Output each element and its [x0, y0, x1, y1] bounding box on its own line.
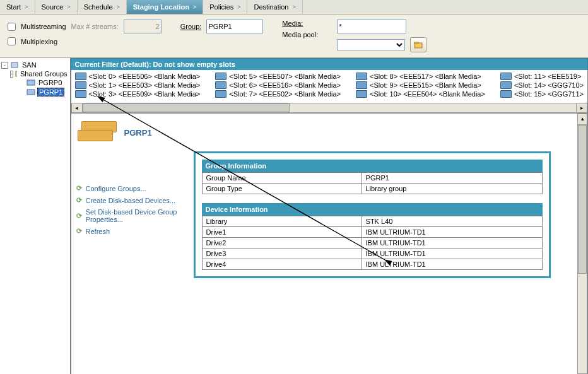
multiplexing-checkbox[interactable]	[8, 37, 16, 45]
table-row: Group NamePGRP1	[202, 173, 542, 184]
slot-item[interactable]: <Slot: 3> <EEE509> <Blank Media>	[75, 90, 201, 98]
table-row: Drive1IBM ULTRIUM-TD1	[202, 227, 542, 238]
tab-start[interactable]: Start>	[0, 0, 35, 14]
tab-label: Policies	[209, 3, 233, 11]
tab-schedule[interactable]: Schedule>	[78, 0, 127, 14]
tree-collapse-toggle[interactable]: -	[10, 71, 13, 78]
wizard-tabbar: Start> Source> Schedule> Staging Locatio…	[0, 0, 588, 15]
tape-icon	[356, 73, 367, 80]
tape-icon	[215, 73, 226, 80]
mediapool-action-button[interactable]	[410, 37, 426, 52]
slot-item[interactable]: <Slot: 9> <EEE515> <Blank Media>	[356, 81, 485, 89]
scrollbar-thumb[interactable]	[578, 125, 587, 274]
tree-node-group[interactable]: PGRP0	[37, 79, 63, 86]
main-area: - SAN - Shared Groups PGRP0 PGRP1 Curren…	[0, 58, 588, 374]
tab-staging-location[interactable]: Staging Location>	[127, 0, 204, 14]
tape-icon	[75, 81, 86, 89]
tab-source[interactable]: Source>	[35, 0, 78, 14]
group-info-table: Group NamePGRP1 Group TypeLibrary group	[202, 172, 543, 194]
media-label: Media:	[282, 20, 303, 27]
refresh-icon: ⟳	[76, 184, 82, 192]
slot-item[interactable]: <Slot: 11> <EEE519>	[500, 73, 584, 80]
action-label: Configure Groups...	[86, 185, 146, 192]
slot-item[interactable]: <Slot: 7> <EEE502> <Blank Media>	[215, 90, 341, 98]
action-label: Set Disk-based Device Group Properties..…	[86, 208, 182, 223]
device-info-title: Device Information	[202, 203, 543, 216]
svg-rect-3	[16, 71, 17, 76]
tab-label: Schedule	[84, 3, 113, 11]
tape-icon	[500, 90, 512, 98]
slot-item[interactable]: <Slot: 10> <EEE504> <Blank Media>	[356, 90, 485, 98]
slot-item[interactable]: <Slot: 0> <EEE506> <Blank Media>	[75, 73, 201, 80]
slot-item[interactable]: <Slot: 6> <EEE516> <Blank Media>	[215, 81, 341, 89]
device-tree: - SAN - Shared Groups PGRP0 PGRP1	[0, 58, 71, 374]
table-row: Drive4IBM ULTRIUM-TD1	[202, 259, 542, 270]
action-label: Refresh	[86, 228, 110, 235]
right-pane: Current Filter (Default): Do not show em…	[71, 58, 588, 374]
media-field[interactable]	[337, 20, 406, 33]
tab-label: Destination	[254, 3, 288, 11]
scrollbar-thumb[interactable]	[83, 103, 290, 112]
detail-panel: PGRP1 ⟳Configure Groups... ⟳Create Disk-…	[71, 114, 577, 374]
slot-item[interactable]: <Slot: 14> <GGG710>	[500, 81, 584, 89]
tree-collapse-toggle[interactable]: -	[1, 62, 8, 69]
svg-rect-1	[415, 42, 418, 44]
svg-rect-2	[11, 62, 18, 67]
scroll-up-arrow[interactable]: ▴	[577, 114, 587, 125]
action-create-disk-devices[interactable]: ⟳Create Disk-based Devices...	[76, 196, 182, 204]
action-label: Create Disk-based Devices...	[86, 197, 175, 204]
refresh-icon: ⟳	[76, 196, 82, 204]
action-set-device-properties[interactable]: ⟳Set Disk-based Device Group Properties.…	[76, 208, 182, 223]
tab-label: Source	[42, 3, 64, 11]
tree-node-shared-groups[interactable]: Shared Groups	[19, 70, 69, 78]
actions-list: ⟳Configure Groups... ⟳Create Disk-based …	[76, 184, 182, 278]
folder-icon	[414, 40, 423, 49]
group-info-title: Group Information	[202, 160, 543, 172]
scroll-left-arrow[interactable]: ◂	[71, 103, 83, 113]
chevron-right-icon: >	[292, 4, 295, 10]
slots-horizontal-scrollbar[interactable]: ◂ ▸	[71, 103, 587, 113]
library-group-icon	[76, 119, 117, 146]
tab-destination[interactable]: Destination>	[247, 0, 302, 14]
detail-vertical-scrollbar[interactable]: ▴ ▾	[577, 114, 587, 374]
scroll-right-arrow[interactable]: ▸	[576, 103, 587, 113]
tape-icon	[75, 90, 86, 98]
multistreaming-checkbox[interactable]	[8, 23, 16, 31]
tab-policies[interactable]: Policies>	[203, 0, 247, 14]
table-row: Drive3IBM ULTRIUM-TD1	[202, 248, 542, 259]
tape-icon	[500, 81, 512, 89]
mediapool-select[interactable]	[337, 39, 405, 50]
table-row: Drive2IBM ULTRIUM-TD1	[202, 238, 542, 248]
max-streams-label: Max # streams:	[71, 23, 119, 30]
tape-icon	[75, 73, 86, 80]
max-streams-field	[124, 20, 162, 33]
device-info-table: LibrarySTK L40 Drive1IBM ULTRIUM-TD1 Dri…	[202, 216, 543, 270]
san-icon	[10, 61, 19, 69]
info-tables: Group Information Group NamePGRP1 Group …	[194, 151, 551, 278]
tab-label: Start	[6, 3, 21, 11]
tape-icon	[356, 90, 367, 98]
filter-title: Current Filter (Default): Do not show em…	[71, 58, 588, 70]
table-row: Group TypeLibrary group	[202, 184, 542, 194]
action-refresh[interactable]: ⟳Refresh	[76, 227, 182, 235]
slot-item[interactable]: <Slot: 8> <EEE517> <Blank Media>	[356, 73, 485, 80]
chevron-right-icon: >	[193, 4, 196, 10]
multistreaming-label: Multistreaming	[21, 23, 66, 30]
tab-label: Staging Location	[133, 3, 189, 11]
slot-item[interactable]: <Slot: 1> <EEE503> <Blank Media>	[75, 81, 201, 89]
tree-node-san[interactable]: SAN	[21, 61, 38, 69]
group-label: Group:	[180, 23, 202, 30]
svg-rect-4	[27, 80, 35, 85]
slots-panel: <Slot: 0> <EEE506> <Blank Media> <Slot: …	[71, 70, 588, 114]
options-panel: Multistreaming Max # streams: Multiplexi…	[0, 15, 588, 58]
group-icon	[26, 88, 35, 96]
tree-node-group-selected[interactable]: PGRP1	[37, 88, 64, 96]
slot-item[interactable]: <Slot: 15> <GGG711>	[500, 90, 584, 98]
chevron-right-icon: >	[237, 4, 240, 10]
action-configure-groups[interactable]: ⟳Configure Groups...	[76, 184, 182, 192]
refresh-icon: ⟳	[76, 227, 82, 235]
tape-icon	[215, 90, 226, 98]
slot-item[interactable]: <Slot: 5> <EEE507> <Blank Media>	[215, 73, 341, 80]
chevron-right-icon: >	[67, 4, 70, 10]
group-field[interactable]	[206, 20, 263, 33]
